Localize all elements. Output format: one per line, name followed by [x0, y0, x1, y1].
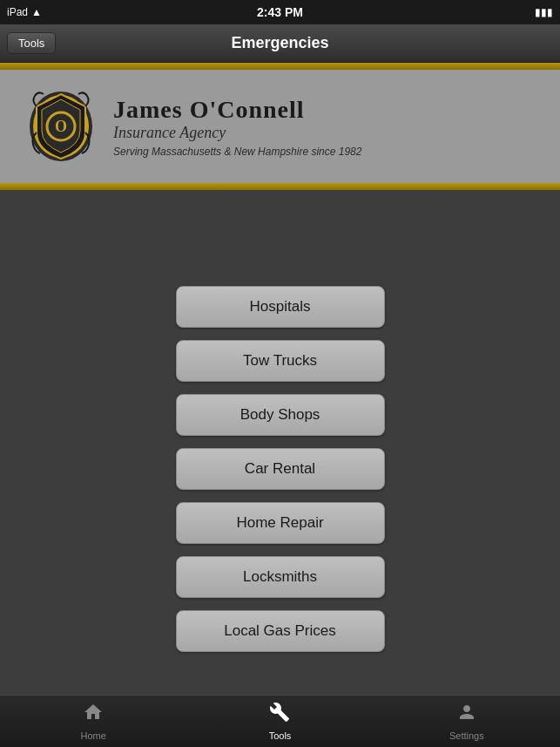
menu-button-home-repair[interactable]: Home Repair — [176, 502, 385, 544]
header-area: O James O'Connell Insurance Agency Servi… — [0, 70, 560, 183]
company-tagline: Serving Massachusetts & New Hampshire si… — [113, 146, 361, 158]
tab-icon-settings — [456, 702, 477, 728]
tab-label-tools: Tools — [269, 730, 292, 741]
menu-button-body-shops[interactable]: Body Shops — [176, 394, 385, 436]
buttons-container: HospitalsTow TrucksBody ShopsCar RentalH… — [176, 282, 385, 655]
menu-button-local-gas-prices[interactable]: Local Gas Prices — [176, 610, 385, 652]
menu-button-hospitals[interactable]: Hospitals — [176, 286, 385, 328]
battery-icon: ▮▮▮ — [535, 6, 553, 18]
carrier-label: iPad — [7, 6, 28, 18]
tab-label-settings: Settings — [449, 730, 484, 741]
tab-tools[interactable]: Tools — [186, 695, 373, 747]
tab-bar: Home Tools Settings — [0, 695, 560, 747]
company-name: James O'Connell — [113, 96, 361, 124]
status-bar-left: iPad ▲ — [7, 6, 42, 18]
nav-bar: Tools Emergencies — [0, 24, 560, 63]
tab-icon-home — [83, 702, 104, 728]
menu-button-tow-trucks[interactable]: Tow Trucks — [176, 340, 385, 382]
status-bar-time: 2:43 PM — [257, 5, 303, 19]
nav-title: Emergencies — [231, 34, 328, 52]
gold-stripe-top — [0, 63, 560, 70]
status-bar-right: ▮▮▮ — [535, 6, 553, 18]
svg-text:O: O — [55, 118, 67, 135]
tab-label-home: Home — [80, 730, 105, 741]
wifi-icon: ▲ — [31, 6, 42, 18]
menu-button-car-rental[interactable]: Car Rental — [176, 448, 385, 490]
menu-button-locksmiths[interactable]: Locksmiths — [176, 556, 385, 598]
tab-home[interactable]: Home — [0, 695, 186, 747]
tools-button[interactable]: Tools — [7, 32, 56, 54]
company-info: James O'Connell Insurance Agency Serving… — [113, 96, 361, 158]
tab-settings[interactable]: Settings — [374, 695, 560, 747]
status-bar: iPad ▲ 2:43 PM ▮▮▮ — [0, 0, 560, 24]
content-area: HospitalsTow TrucksBody ShopsCar RentalH… — [0, 190, 560, 747]
gold-stripe-bottom — [0, 183, 560, 190]
company-sub: Insurance Agency — [113, 124, 361, 142]
page-layout: iPad ▲ 2:43 PM ▮▮▮ Tools Emergencies O — [0, 0, 560, 747]
tab-icon-tools — [269, 702, 290, 728]
shield-logo: O — [26, 87, 96, 166]
